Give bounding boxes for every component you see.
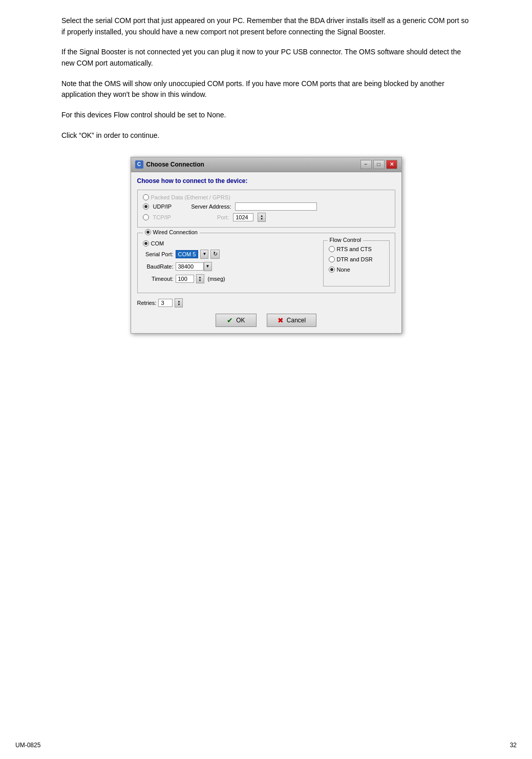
radio-wired[interactable] [145,229,151,235]
radio-dtr-dsr[interactable] [329,256,335,262]
mseg-label: (mseg) [208,276,225,282]
page-footer: UM-0825 32 [0,742,532,749]
minimize-button[interactable]: − [360,160,372,169]
serial-port-row: Serial Port: COM 5 ▼ ↻ [143,250,315,259]
dialog-footer: ✔ OK ✖ Cancel [137,314,395,327]
timeout-row: Timeout: ▲ ▼ (mseg) [143,274,315,283]
com-dropdown: COM 5 ▼ ↻ [176,250,220,259]
paragraph-2: If the Signal Booster is not connected y… [61,47,471,69]
dialog-title: Choose Connection [146,161,204,168]
packed-data-label: Packed Data (Ethernet / GPRS) [151,194,230,200]
flow-control-legend: Flow Control [328,237,364,243]
restore-button[interactable]: □ [373,160,385,169]
none-row: None [329,266,384,273]
titlebar-buttons: − □ ✕ [360,160,397,169]
dialog-icon: C [135,160,143,169]
none-label: None [337,266,350,273]
com-radio-label: COM [151,240,164,247]
paragraph-3: Note that the OMS will show only unoccup… [61,78,471,100]
paragraph-5: Click “OK” in order to continue. [61,130,471,141]
baud-dropdown: 38400 ▼ [176,262,212,271]
retries-input[interactable] [158,299,173,307]
ok-icon: ✔ [227,316,233,324]
baudrate-row: BaudRate: 38400 ▼ [143,262,315,271]
footer-left: UM-0825 [15,742,40,749]
ok-button[interactable]: ✔ OK [216,314,257,327]
network-group-box: Packed Data (Ethernet / GPRS) UDP/IP Ser… [137,190,395,228]
tcpip-row: TCP/IP Port: ▲ ▼ [143,213,390,222]
wired-inner: COM Serial Port: COM 5 ▼ ↻ [143,240,390,286]
paragraph-1: Select the serial COM port that just app… [61,15,471,37]
port-input[interactable] [233,213,253,221]
radio-com[interactable] [143,240,149,247]
ok-label: OK [236,317,245,324]
serial-port-label: Serial Port: [143,251,174,257]
dialog-wrapper: C Choose Connection − □ ✕ Choose how to … [61,157,471,334]
port-label: Port: [217,214,229,220]
baud-dropdown-arrow[interactable]: ▼ [204,262,212,271]
rts-cts-row: RTS and CTS [329,246,384,252]
close-button[interactable]: ✕ [386,160,397,169]
dtr-dsr-label: DTR and DSR [337,256,373,262]
wired-left-panel: COM Serial Port: COM 5 ▼ ↻ [143,240,315,286]
radio-udpip[interactable] [143,203,149,210]
dialog-body: Choose how to connect to the device: Pac… [131,172,401,333]
retries-label: Retries: [137,300,157,306]
wired-legend-text: Wired Connection [153,229,198,235]
udpip-label: UDP/IP [153,203,172,210]
dialog-titlebar: C Choose Connection − □ ✕ [131,157,401,172]
port-spinner[interactable]: ▲ ▼ [258,213,266,222]
titlebar-left: C Choose Connection [135,160,204,169]
timeout-spinner[interactable]: ▲ ▼ [196,274,204,283]
baudrate-label: BaudRate: [143,263,174,270]
cancel-button[interactable]: ✖ Cancel [267,314,316,327]
udpip-row: UDP/IP Server Address: [143,202,390,211]
dialog-header-label: Choose how to connect to the device: [137,177,395,184]
retries-spinner[interactable]: ▲ ▼ [175,298,183,307]
retries-row: Retries: ▲ ▼ [137,298,395,307]
choose-connection-dialog: C Choose Connection − □ ✕ Choose how to … [131,157,402,334]
page-content: Select the serial COM port that just app… [0,0,532,375]
com-radio-row: COM [143,240,315,247]
com-port-value[interactable]: COM 5 [176,250,199,258]
tcpip-label: TCP/IP [153,214,171,220]
com-dropdown-arrow[interactable]: ▼ [200,250,208,259]
radio-packed-data[interactable] [143,194,149,200]
rts-cts-label: RTS and CTS [337,246,372,252]
flow-control-group: Flow Control RTS and CTS DTR and DSR [323,240,390,286]
baud-value[interactable]: 38400 [176,262,204,271]
cancel-icon: ✖ [278,316,284,324]
refresh-button[interactable]: ↻ [210,250,220,259]
cancel-label: Cancel [287,317,306,324]
paragraph-4: For this devices Flow control should be … [61,110,471,121]
radio-rts-cts[interactable] [329,246,335,252]
flow-options: RTS and CTS DTR and DSR None [329,246,384,275]
server-address-label: Server Address: [191,203,231,210]
timeout-label: Timeout: [143,276,174,282]
server-address-input[interactable] [235,202,317,211]
dtr-dsr-row: DTR and DSR [329,256,384,262]
wired-connection-legend: Wired Connection [143,229,200,235]
packed-data-row: Packed Data (Ethernet / GPRS) [143,194,390,200]
timeout-input[interactable] [176,275,194,283]
radio-none[interactable] [329,266,335,273]
wired-connection-group: Wired Connection COM Serial Port: [137,233,395,293]
radio-tcpip[interactable] [143,214,149,220]
footer-right: 32 [510,742,517,749]
